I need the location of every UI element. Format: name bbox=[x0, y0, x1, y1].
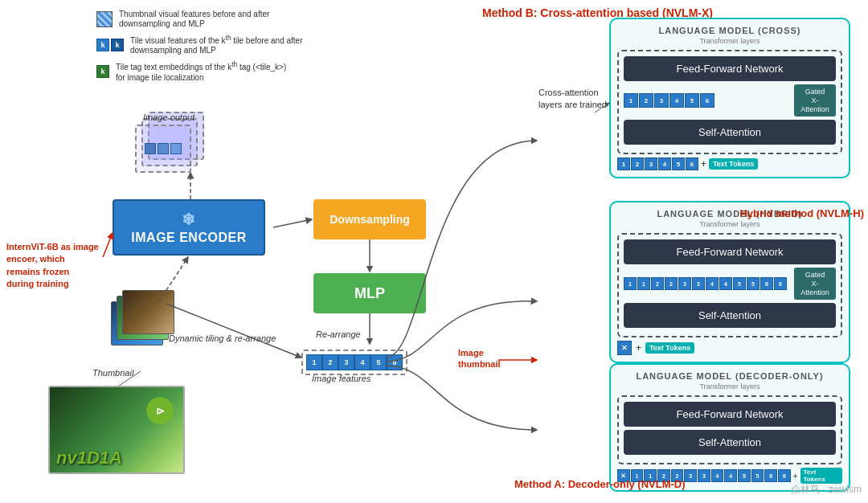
hybrid-tile-1b: 1 bbox=[637, 277, 650, 290]
decoder-ffn: Feed-Forward Network bbox=[624, 402, 836, 427]
cross-tok-4: 4 bbox=[658, 157, 671, 170]
hybrid-text-tokens: Text Tokens bbox=[645, 342, 694, 354]
panel-decoder: LANGUAGE MODEL (DECODER-ONLY) Transforme… bbox=[609, 363, 850, 492]
watermark-icon: 众林鸟 · bbox=[791, 484, 828, 495]
decoder-t5b: 5 bbox=[751, 469, 764, 482]
decoder-t3b: 3 bbox=[698, 469, 710, 482]
panel-decoder-subtitle: Transformer layers bbox=[617, 382, 842, 391]
feature-tile-5: 5 bbox=[371, 354, 387, 370]
left-annotation: InternViT-6B as image encoer, which rema… bbox=[6, 241, 99, 291]
legend-text-1: Thumbnail visual features before and aft… bbox=[119, 10, 296, 29]
cross-gated-row: 1 2 3 4 5 6 GatedX-Attention bbox=[624, 84, 836, 117]
cross-tok-6: 6 bbox=[686, 157, 698, 170]
hybrid-self-attn: Self-Attention bbox=[624, 303, 836, 328]
cross-tile-4: 4 bbox=[669, 93, 684, 108]
decoder-t4a: 4 bbox=[711, 469, 724, 482]
output-tile-1 bbox=[135, 125, 191, 173]
legend-icon-tag: k bbox=[96, 65, 109, 78]
legend-text-3: Tile tag text embeddings of the kth tag … bbox=[116, 60, 293, 82]
image-features-label: Image features bbox=[312, 374, 371, 383]
image-encoder-box: ❄ IMAGE ENCODER bbox=[113, 199, 265, 256]
hybrid-tile-6b: 6 bbox=[774, 277, 787, 290]
legend-icon-tile-k1: k bbox=[96, 39, 109, 51]
method-a-label: Method A: Decoder-only (NVLM-D) bbox=[514, 478, 686, 490]
legend-item-2: k k Tile visual features of the kth tile… bbox=[96, 34, 307, 55]
hybrid-ffn: Feed-Forward Network bbox=[624, 239, 836, 264]
feature-tile-6: 6 bbox=[387, 354, 403, 370]
nvidia-logo-circle: ⊳ bbox=[145, 395, 175, 429]
image-thumbnail-area: Imagethumbnail bbox=[458, 347, 501, 370]
cross-tile-3: 3 bbox=[654, 93, 669, 108]
cross-tok-2: 2 bbox=[631, 157, 644, 170]
diagram-container: Method B: Cross-attention based (NVLM-X)… bbox=[0, 0, 868, 503]
cross-attention-label: Cross-attentionlayers are trained bbox=[538, 87, 607, 112]
hybrid-tile-tokens: 1 1 2 2 3 3 4 4 5 5 6 6 bbox=[624, 277, 791, 290]
legend-item-1: Thumbnail visual features before and aft… bbox=[96, 10, 307, 29]
hybrid-gated-box: GatedX-Attention bbox=[794, 268, 836, 300]
snowflake-icon: ❄ bbox=[182, 210, 196, 229]
hybrid-token-row: ✕ + Text Tokens bbox=[617, 341, 842, 355]
decoder-t6a: 6 bbox=[764, 469, 777, 482]
feature-tile-2: 2 bbox=[322, 354, 338, 370]
hybrid-tile-2b: 2 bbox=[665, 277, 678, 290]
svg-line-2 bbox=[273, 219, 312, 227]
decoder-t6b: 6 bbox=[778, 469, 791, 482]
decoder-text-tokens: Text Tokens bbox=[800, 468, 842, 484]
cross-tile-2: 2 bbox=[639, 93, 653, 108]
decoder-self-attn: Self-Attention bbox=[624, 430, 836, 455]
hybrid-tile-5b: 5 bbox=[747, 277, 760, 290]
decoder-plus: + bbox=[793, 472, 798, 481]
svg-text:⊳: ⊳ bbox=[156, 405, 165, 417]
feature-tile-4: 4 bbox=[354, 354, 371, 370]
cross-tok-1: 1 bbox=[617, 157, 630, 170]
hybrid-plus: + bbox=[636, 342, 641, 354]
decoder-transformer-block: Feed-Forward Network Self-Attention bbox=[617, 395, 842, 464]
hybrid-tile-4a: 4 bbox=[706, 277, 719, 290]
legend-text-2: Tile visual features of the kth tile bef… bbox=[130, 34, 307, 55]
cross-tile-6: 6 bbox=[700, 93, 714, 108]
panel-cross: LANGUAGE MODEL (CROSS) Transformer layer… bbox=[609, 18, 850, 178]
cross-tok-3: 3 bbox=[645, 157, 657, 170]
cross-token-row: 1 2 3 4 5 6 + Text Tokens bbox=[617, 157, 842, 170]
cross-ffn: Feed-Forward Network bbox=[624, 56, 836, 81]
panel-decoder-header: LANGUAGE MODEL (DECODER-ONLY) bbox=[617, 371, 842, 381]
panel-hybrid-subtitle: Transformer layers bbox=[617, 220, 842, 228]
hybrid-tile-2a: 2 bbox=[651, 277, 664, 290]
hybrid-tile-3b: 3 bbox=[692, 277, 705, 290]
legend-item-3: k Tile tag text embeddings of the kth ta… bbox=[96, 60, 307, 82]
cross-gated-box: GatedX-Attention bbox=[794, 84, 836, 117]
hybrid-transformer-block: Feed-Forward Network 1 1 2 2 3 3 4 4 5 5… bbox=[617, 233, 842, 337]
feature-tile-3: 3 bbox=[338, 354, 354, 370]
hybrid-gated-row: 1 1 2 2 3 3 4 4 5 5 6 6 GatedX-Attention bbox=[624, 268, 836, 300]
rearrange-label: Re-arrange bbox=[316, 329, 361, 339]
cross-tile-1: 1 bbox=[624, 93, 638, 108]
cross-tile-tokens: 1 2 3 4 5 6 bbox=[624, 93, 791, 108]
watermark: 众林鸟 · zwwlsm bbox=[791, 483, 862, 497]
legend-icon-tile-k2: k bbox=[111, 39, 124, 51]
downsampling-box: Downsampling bbox=[313, 199, 426, 239]
image-encoder-label: IMAGE ENCODER bbox=[131, 231, 246, 245]
hybrid-tile-3a: 3 bbox=[678, 277, 691, 290]
cross-tile-5: 5 bbox=[685, 93, 699, 108]
dynamic-tiling-label: Dynamic tiling & re-arrange bbox=[169, 333, 276, 343]
nvidia-icon bbox=[122, 290, 174, 334]
panel-cross-subtitle: Transformer layers bbox=[617, 37, 842, 45]
mlp-box: MLP bbox=[313, 273, 426, 313]
nvidia-text: nv1D1A bbox=[56, 448, 122, 468]
cross-transformer-block: Feed-Forward Network 1 2 3 4 5 6 GatedX-… bbox=[617, 50, 842, 154]
hybrid-tile-6a: 6 bbox=[760, 277, 773, 290]
svg-line-6 bbox=[166, 304, 301, 358]
decoder-t5a: 5 bbox=[738, 469, 751, 482]
cross-plus: + bbox=[701, 158, 706, 170]
cross-self-attn: Self-Attention bbox=[624, 120, 836, 145]
image-thumbnail-label: Imagethumbnail bbox=[458, 347, 501, 370]
thumbnail-label: Thumbnail bbox=[92, 368, 133, 378]
downsampling-label: Downsampling bbox=[330, 213, 410, 226]
image-output-label: Image output bbox=[143, 112, 194, 122]
hybrid-method-label: Hybrid method (NVLM-H) bbox=[739, 207, 864, 221]
decoder-t3a: 3 bbox=[684, 469, 697, 482]
legend: Thumbnail visual features before and aft… bbox=[96, 10, 307, 83]
decoder-t4b: 4 bbox=[724, 469, 737, 482]
panel-cross-header: LANGUAGE MODEL (CROSS) bbox=[617, 26, 842, 35]
hybrid-tile-1a: 1 bbox=[624, 277, 637, 290]
